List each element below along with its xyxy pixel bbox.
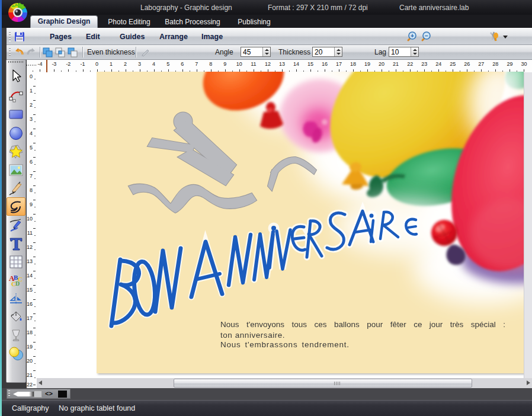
svg-text:+: + <box>411 33 414 39</box>
svg-text:−: − <box>425 33 428 39</box>
svg-text:Nous t'envoyons tous ces ballo: Nous t'envoyons tous ces ballons pour fê… <box>220 320 505 329</box>
svg-text:ton anniversaire.: ton anniversaire. <box>220 331 285 340</box>
svg-text:Nous t'embrassons tendrement.: Nous t'embrassons tendrement. <box>220 340 350 349</box>
svg-text:D: D <box>15 280 20 287</box>
